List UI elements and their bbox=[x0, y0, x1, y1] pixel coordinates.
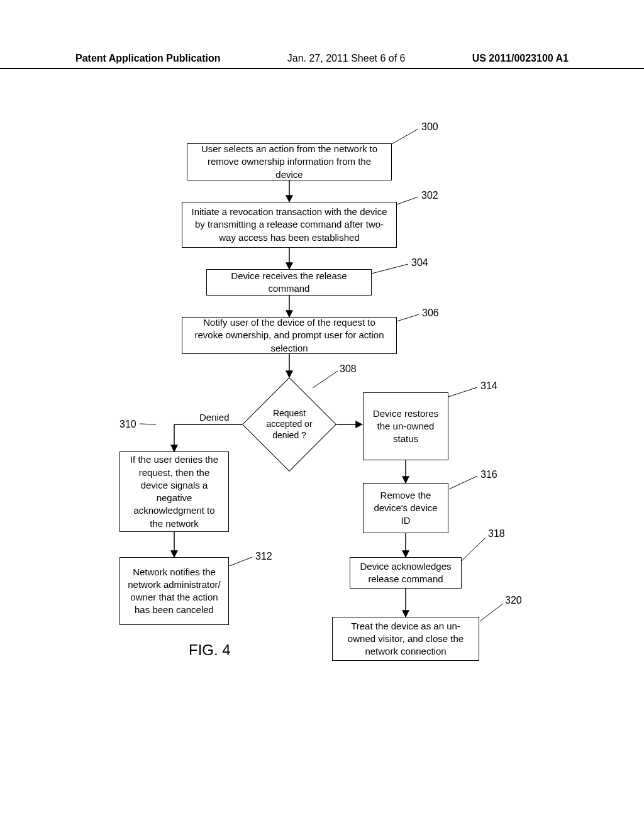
ref-304: 304 bbox=[411, 257, 428, 268]
step-320: Treat the device as an un-owned visitor,… bbox=[332, 617, 479, 661]
ref-316: 316 bbox=[480, 469, 497, 480]
header-right: US 2011/0023100 A1 bbox=[472, 53, 569, 64]
svg-line-16 bbox=[140, 424, 156, 424]
ref-318: 318 bbox=[488, 528, 505, 540]
decision-308-text: Request accepted or denied ? bbox=[242, 377, 336, 472]
step-310: If the user denies the request, then the… bbox=[119, 451, 229, 532]
svg-line-21 bbox=[480, 604, 503, 621]
step-314-text: Device restores the un-owned status bbox=[370, 407, 441, 446]
ref-312: 312 bbox=[255, 551, 272, 562]
step-302: Initiate a revocation transaction with t… bbox=[182, 202, 397, 248]
step-312-text: Network notifies the network administrat… bbox=[126, 566, 222, 617]
step-312: Network notifies the network administrat… bbox=[119, 557, 229, 625]
ref-300: 300 bbox=[421, 121, 438, 133]
step-310-text: If the user denies the request, then the… bbox=[126, 453, 222, 530]
step-316: Remove the device's device ID bbox=[363, 483, 448, 533]
ref-308: 308 bbox=[340, 363, 357, 375]
step-320-text: Treat the device as an un-owned visitor,… bbox=[339, 620, 472, 658]
svg-line-11 bbox=[392, 129, 418, 144]
svg-line-14 bbox=[397, 314, 419, 321]
header-center: Jan. 27, 2011 Sheet 6 of 6 bbox=[287, 53, 406, 64]
svg-line-19 bbox=[449, 476, 477, 489]
decision-308: Request accepted or denied ? bbox=[242, 377, 336, 472]
step-306: Notify user of the device of the request… bbox=[182, 317, 397, 354]
svg-line-20 bbox=[462, 538, 486, 561]
step-318-text: Device acknowledges release command bbox=[357, 560, 455, 586]
ref-306: 306 bbox=[422, 307, 439, 319]
step-300-text: User selects an action from the network … bbox=[194, 143, 385, 181]
step-316-text: Remove the device's device ID bbox=[370, 489, 441, 528]
edge-label-denied: Denied bbox=[199, 412, 230, 423]
svg-line-18 bbox=[448, 387, 477, 397]
flowchart-canvas: User selects an action from the network … bbox=[0, 113, 644, 805]
step-314: Device restores the un-owned status bbox=[363, 392, 448, 460]
ref-320: 320 bbox=[505, 595, 522, 606]
page-header: Patent Application Publication Jan. 27, … bbox=[0, 53, 644, 69]
step-300: User selects an action from the network … bbox=[187, 143, 392, 180]
step-304: Device receives the release command bbox=[206, 269, 372, 296]
step-318: Device acknowledges release command bbox=[350, 557, 462, 589]
step-304-text: Device receives the release command bbox=[213, 270, 365, 296]
svg-line-17 bbox=[230, 557, 252, 566]
ref-314: 314 bbox=[480, 380, 497, 392]
figure-label: FIG. 4 bbox=[189, 641, 231, 659]
header-left: Patent Application Publication bbox=[75, 53, 221, 64]
svg-line-13 bbox=[372, 264, 408, 274]
step-306-text: Notify user of the device of the request… bbox=[189, 316, 390, 355]
ref-302: 302 bbox=[421, 190, 438, 201]
ref-310: 310 bbox=[119, 419, 136, 430]
step-302-text: Initiate a revocation transaction with t… bbox=[189, 206, 390, 244]
